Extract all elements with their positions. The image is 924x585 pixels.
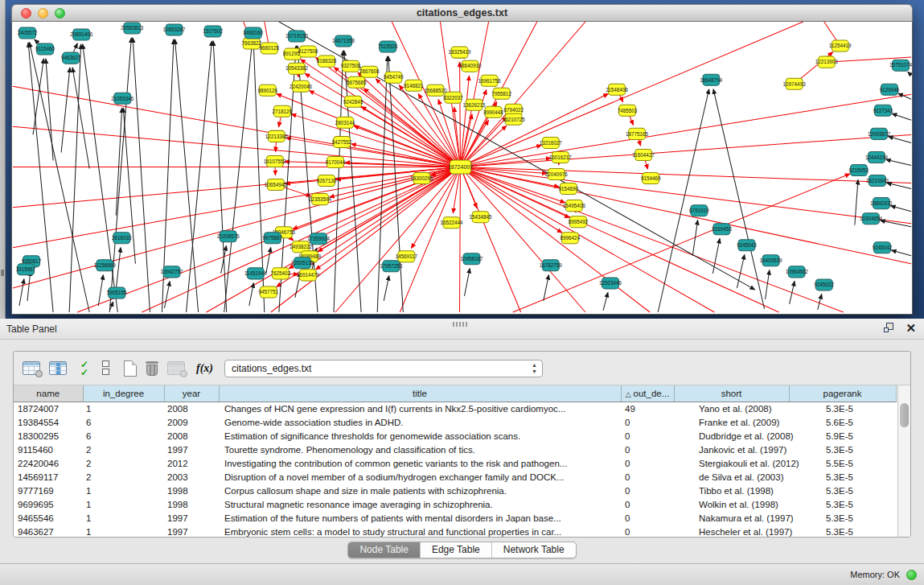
table-row[interactable]: 977716911998Corpus callosum shape and si… — [14, 484, 896, 497]
close-panel-icon[interactable]: ✕ — [906, 322, 916, 334]
table-row[interactable]: 946554611997Estimation of the future num… — [14, 511, 896, 525]
network-node[interactable]: 13216027 — [540, 137, 563, 148]
collapsed-panel-strip[interactable] — [0, 0, 6, 319]
network-node[interactable]: 9127508 — [298, 46, 318, 57]
table-vertical-scrollbar[interactable] — [897, 385, 910, 537]
network-node[interactable]: 16648794 — [700, 74, 723, 85]
network-node[interactable]: 9154469 — [641, 173, 661, 184]
network-node[interactable]: 7515526 — [378, 41, 398, 52]
tab-edge-table[interactable]: Edge Table — [421, 542, 492, 558]
network-node[interactable]: 8186328 — [317, 56, 337, 67]
network-node[interactable]: 2867608 — [359, 66, 380, 77]
network-node[interactable]: 11156669 — [94, 260, 117, 271]
network-node[interactable]: 17957253 — [380, 261, 403, 272]
network-node[interactable]: 9327508 — [341, 60, 361, 72]
float-panel-icon[interactable] — [884, 323, 894, 333]
table-row[interactable]: 969969511998Structural magnetic resonanc… — [14, 497, 896, 511]
network-file-dropdown[interactable]: citations_edges.txt ▲▼ — [224, 360, 543, 377]
network-node[interactable]: 13942757 — [160, 266, 183, 278]
network-node[interactable]: 9170044 — [326, 156, 346, 167]
network-node[interactable]: 16914479 — [297, 270, 320, 281]
network-node[interactable]: 9975887 — [263, 233, 283, 244]
network-node[interactable]: 22040976 — [545, 169, 569, 180]
network-node[interactable]: 12353594 — [309, 194, 332, 205]
delete-icon[interactable] — [146, 360, 158, 377]
network-node[interactable]: 16107552 — [264, 155, 287, 167]
network-node[interactable]: 9227343 — [873, 105, 893, 116]
network-node[interactable]: 5675685 — [347, 76, 367, 88]
column-header-pagerank[interactable]: pagerank — [789, 385, 896, 402]
network-node[interactable]: 10974493 — [783, 78, 807, 89]
network-node[interactable]: 2616033 — [112, 233, 132, 244]
network-node[interactable]: 10654945 — [265, 179, 288, 191]
network-node[interactable]: 9242845 — [343, 96, 363, 107]
network-node[interactable]: 8322037 — [443, 92, 463, 103]
network-node[interactable]: 18325419 — [448, 47, 471, 58]
network-node[interactable]: 9169453 — [712, 224, 732, 235]
network-node[interactable]: 21053346 — [111, 93, 134, 104]
function-builder-icon[interactable]: f(x) — [196, 362, 213, 375]
network-node[interactable]: 15495406 — [563, 200, 586, 212]
network-node[interactable]: 3915967 — [16, 264, 36, 275]
network-node[interactable]: 20553813 — [121, 23, 144, 34]
panel-drag-handle[interactable] — [453, 322, 467, 327]
table-row[interactable]: 946362711997Embryonic stem cells: a mode… — [14, 525, 896, 537]
network-node[interactable]: 20206576 — [217, 231, 240, 242]
column-header-short[interactable]: short — [674, 385, 789, 402]
network-node[interactable]: 15892931 — [870, 198, 893, 209]
network-node[interactable]: 16961758 — [478, 75, 502, 86]
network-node[interactable]: 7625402 — [271, 268, 291, 279]
network-node[interactable]: 11451944 — [244, 268, 267, 279]
network-node[interactable]: 12213382 — [265, 130, 289, 142]
network-node[interactable]: 9146821 — [404, 80, 424, 91]
network-node[interactable]: 10719155 — [285, 31, 309, 42]
network-node[interactable]: 6791919 — [689, 205, 709, 216]
network-node[interactable]: 13626215 — [463, 99, 487, 110]
network-node[interactable]: 13505135 — [291, 257, 314, 269]
column-header-name[interactable]: name — [14, 385, 83, 402]
network-node[interactable]: 8995492 — [569, 216, 589, 228]
network-node[interactable]: 2718126 — [273, 105, 293, 117]
citation-network-graph[interactable]: 1872400718300295766382296601288912954105… — [12, 22, 912, 313]
network-node[interactable]: 9267130 — [317, 175, 337, 187]
network-node[interactable]: 15434845 — [470, 212, 493, 223]
network-node[interactable]: 9154690 — [559, 183, 579, 195]
column-header-title[interactable]: title — [219, 385, 621, 402]
table-row[interactable]: 911546021997Tourette syndrome. Phenomeno… — [14, 443, 896, 456]
network-node[interactable]: 9463627 — [61, 52, 81, 64]
network-node[interactable]: 22420046 — [290, 80, 313, 92]
network-node[interactable]: 9245042 — [873, 242, 893, 253]
table-row[interactable]: 1456911722003Disruption of a novel membe… — [14, 470, 896, 484]
network-node[interactable]: 10964562 — [786, 266, 809, 278]
column-header-out_degree[interactable]: △out_de... — [621, 385, 674, 402]
network-node[interactable]: 9245022 — [814, 279, 834, 290]
network-node[interactable]: 10543382 — [285, 63, 309, 74]
column-header-in_degree[interactable]: in_degree — [83, 385, 164, 402]
network-node[interactable]: 8990448 — [483, 106, 503, 117]
network-node[interactable]: 11604427 — [632, 149, 655, 160]
network-node[interactable]: 12093872 — [868, 128, 891, 139]
network-node[interactable]: 16409539 — [760, 255, 783, 266]
network-node[interactable]: 12444194 — [865, 151, 889, 163]
show-columns-icon[interactable] — [49, 361, 67, 375]
network-node[interactable]: 9215953 — [849, 164, 869, 175]
network-node[interactable]: 8466160 — [244, 27, 264, 39]
network-node[interactable]: 9660128 — [260, 43, 280, 54]
network-node[interactable]: 2405572 — [18, 27, 38, 39]
network-node[interactable]: 18775165 — [626, 128, 649, 139]
table-row[interactable]: 1938455462009Genome-wide association stu… — [14, 415, 896, 429]
network-node[interactable]: 1527602 — [203, 26, 223, 37]
network-node[interactable]: 12213903 — [815, 56, 839, 68]
network-node[interactable]: 16016217 — [549, 151, 573, 163]
network-node[interactable]: 10653287 — [162, 24, 186, 35]
network-node[interactable]: 18300295 — [410, 173, 433, 184]
tab-network-table[interactable]: Network Table — [492, 542, 576, 558]
network-node[interactable]: 14569117 — [396, 251, 418, 262]
network-node[interactable]: 9457751 — [259, 286, 279, 298]
network-canvas[interactable]: 1872400718300295766382296601288912954105… — [11, 22, 913, 315]
network-node[interactable]: 11254419 — [829, 40, 852, 51]
tab-node-table[interactable]: Node Table — [348, 542, 421, 558]
network-node[interactable]: 8454749 — [384, 72, 404, 83]
network-node[interactable]: 8996424 — [561, 233, 581, 244]
network-node[interactable]: 16210643 — [866, 175, 889, 187]
